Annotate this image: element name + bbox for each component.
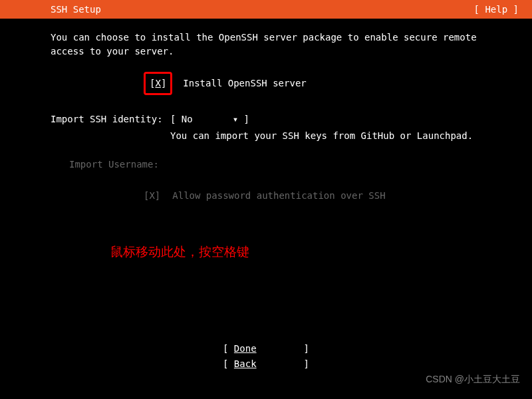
install-openssh-row: [X] Install OpenSSH server <box>144 72 481 95</box>
import-identity-hint: You can import your SSH keys from GitHub… <box>170 129 481 143</box>
help-button[interactable]: [ Help ] <box>474 4 519 15</box>
content-area: You can choose to install the OpenSSH se… <box>0 19 532 262</box>
import-username-row: Import Username: <box>69 158 481 172</box>
dropdown-value: No <box>182 114 193 124</box>
allow-password-row: [X]Allow password authentication over SS… <box>144 189 481 203</box>
import-identity-row: Import SSH identity: No▾ <box>51 112 481 126</box>
import-identity-dropdown[interactable]: No▾ <box>170 112 249 126</box>
done-button[interactable]: Done <box>223 341 309 356</box>
back-button[interactable]: Back <box>223 356 309 371</box>
import-username-label: Import Username: <box>69 159 159 170</box>
header-bar: SSH Setup [ Help ] <box>0 0 532 19</box>
import-identity-label: Import SSH identity: <box>51 112 170 126</box>
page-title: SSH Setup <box>51 4 101 15</box>
description-text: You can choose to install the OpenSSH se… <box>51 31 481 59</box>
footer-buttons: Done Back <box>0 341 532 371</box>
allow-password-checkbox[interactable]: [X] <box>144 190 160 201</box>
allow-password-label: Allow password authentication over SSH <box>172 190 385 201</box>
annotation-text: 鼠标移动此处，按空格键 <box>110 243 481 262</box>
chevron-down-icon: ▾ <box>233 112 238 126</box>
install-openssh-checkbox[interactable]: [X] <box>144 72 172 95</box>
done-button-label: Done <box>234 343 257 354</box>
watermark: CSDN @小土豆大土豆 <box>426 374 520 386</box>
install-openssh-label: Install OpenSSH server <box>183 76 306 90</box>
checkbox-mark: X <box>155 78 160 88</box>
back-button-label: Back <box>234 358 257 369</box>
